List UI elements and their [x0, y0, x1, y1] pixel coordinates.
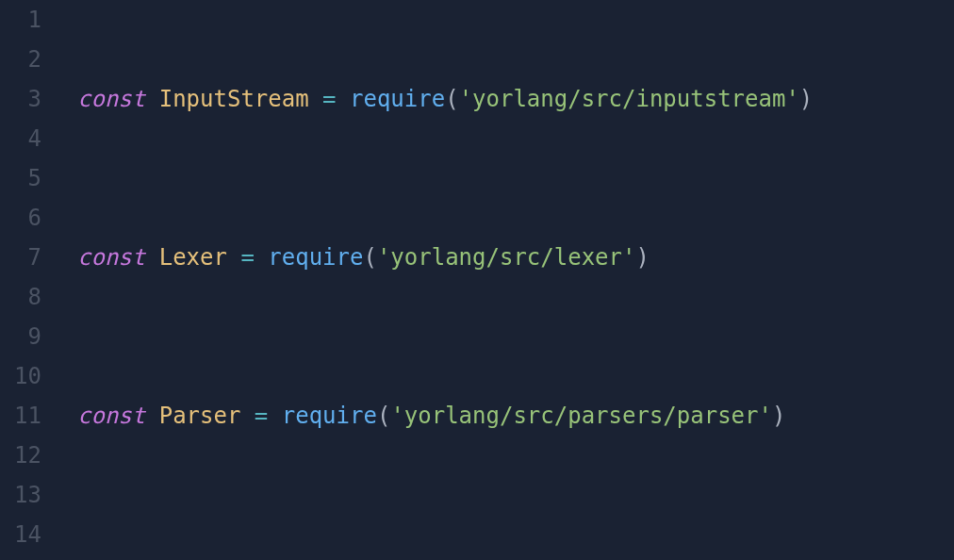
line-number: 5	[0, 158, 41, 198]
paren-open: (	[377, 403, 390, 429]
paren-close: )	[799, 86, 813, 112]
line-number: 12	[0, 436, 41, 475]
keyword-const: const	[77, 244, 145, 271]
function-require: require	[350, 86, 445, 112]
paren-close: )	[772, 403, 785, 429]
line-number: 9	[0, 317, 41, 356]
code-area[interactable]: const InputStream = require('yorlang/src…	[58, 0, 954, 560]
line-number-gutter: 1 2 3 4 5 6 7 8 9 10 11 12 13 14	[0, 0, 58, 560]
line-number: 8	[0, 277, 41, 317]
line-number: 14	[0, 515, 41, 554]
keyword-const: const	[77, 86, 145, 112]
line-number: 2	[0, 40, 41, 79]
line-number: 3	[0, 79, 41, 119]
line-number: 6	[0, 198, 41, 238]
string-literal: 'yorlang/src/parsers/parser'	[390, 403, 772, 429]
line-number: 4	[0, 119, 41, 158]
identifier: Parser	[159, 403, 241, 429]
function-require: require	[282, 403, 377, 429]
keyword-const: const	[77, 403, 145, 429]
paren-close: )	[635, 244, 649, 271]
code-line[interactable]: const Lexer = require('yorlang/src/lexer…	[77, 238, 954, 277]
code-line[interactable]: const InputStream = require('yorlang/src…	[77, 79, 954, 119]
string-literal: 'yorlang/src/inputstream'	[459, 86, 799, 112]
operator-equals: =	[255, 403, 268, 429]
identifier: Lexer	[159, 244, 227, 271]
paren-open: (	[363, 244, 376, 271]
string-literal: 'yorlang/src/lexer'	[377, 244, 636, 271]
code-editor[interactable]: 1 2 3 4 5 6 7 8 9 10 11 12 13 14 const I…	[0, 0, 954, 560]
function-require: require	[268, 244, 363, 271]
identifier: InputStream	[159, 86, 309, 112]
line-number: 10	[0, 356, 41, 396]
paren-open: (	[445, 86, 458, 112]
code-line[interactable]	[77, 554, 954, 560]
line-number: 11	[0, 396, 41, 436]
code-line[interactable]: const Parser = require('yorlang/src/pars…	[77, 396, 954, 436]
operator-equals: =	[240, 244, 254, 271]
line-number: 13	[0, 475, 41, 515]
line-number: 7	[0, 238, 41, 277]
line-number: 1	[0, 0, 41, 40]
operator-equals: =	[322, 86, 336, 112]
